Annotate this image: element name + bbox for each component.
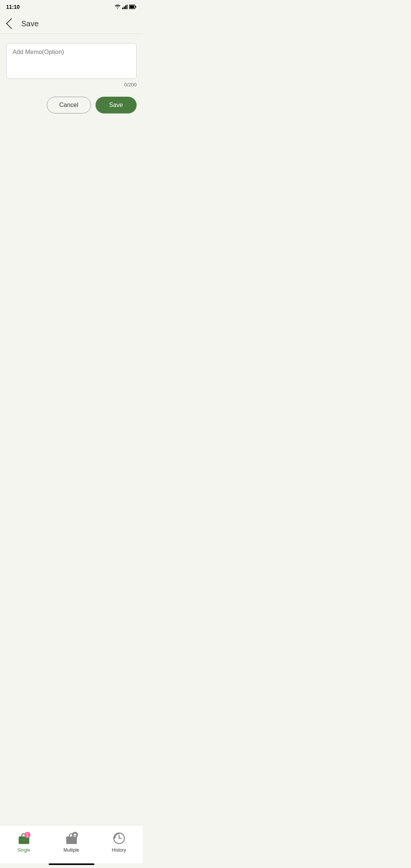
svg-rect-0 [122, 8, 123, 9]
history-icon [112, 831, 127, 846]
signal-icon [122, 5, 127, 9]
svg-rect-1 [124, 6, 125, 9]
wifi-icon [115, 5, 121, 9]
main-content: 0/200 Cancel Save [0, 34, 143, 825]
memo-input[interactable] [13, 49, 130, 72]
svg-rect-6 [130, 6, 134, 8]
status-time: 11:10 [6, 4, 20, 10]
status-bar: 11:10 [0, 0, 143, 14]
battery-icon [129, 5, 137, 9]
status-icons [115, 5, 137, 9]
home-indicator [49, 863, 94, 865]
svg-rect-5 [135, 6, 136, 8]
single-icon: 1 [16, 831, 32, 846]
memo-container [6, 43, 137, 79]
history-label: History [112, 847, 126, 853]
svg-rect-2 [125, 5, 126, 9]
multiple-icon: 2 [64, 831, 79, 846]
nav-bar: Save [0, 14, 143, 34]
tab-history[interactable]: History [95, 829, 143, 854]
bottom-nav: 1 Single 2 Multiple [0, 825, 143, 863]
svg-rect-3 [127, 5, 127, 9]
char-count: 0/200 [6, 82, 137, 88]
single-label: Single [18, 847, 30, 853]
tab-multiple[interactable]: 2 Multiple [48, 829, 95, 854]
save-button[interactable]: Save [96, 97, 137, 113]
multiple-label: Multiple [64, 847, 79, 853]
svg-text:1: 1 [26, 833, 29, 838]
cancel-button[interactable]: Cancel [47, 97, 91, 113]
buttons-row: Cancel Save [6, 97, 137, 113]
single-bag-icon: 1 [17, 831, 31, 846]
back-arrow-icon [6, 18, 17, 29]
back-button[interactable] [6, 18, 17, 29]
history-clock-icon [113, 832, 126, 845]
multiple-bag-icon: 2 [64, 831, 79, 846]
page-title: Save [21, 19, 39, 28]
tab-single[interactable]: 1 Single [0, 829, 48, 854]
